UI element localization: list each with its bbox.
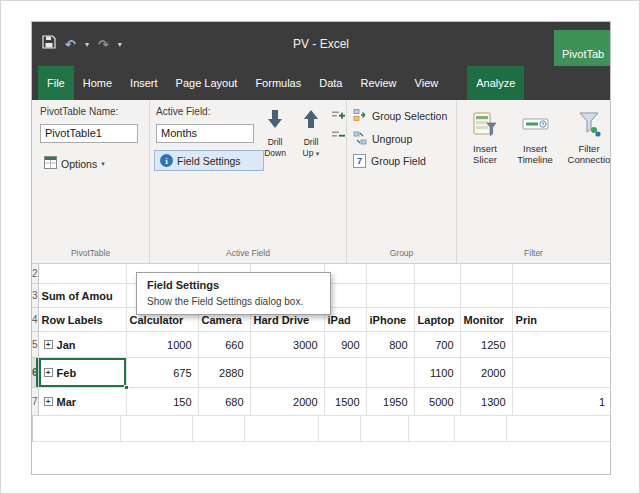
insert-timeline-button[interactable]: Insert Timeline [510,110,560,165]
column-header-iphone[interactable]: iPhone [367,308,415,332]
cell[interactable] [319,416,361,442]
cell[interactable] [39,264,127,284]
cell[interactable]: 1000 [127,332,199,358]
expand-icon[interactable]: + [44,368,53,377]
expand-icon[interactable]: + [44,340,53,349]
cell[interactable]: 5000 [415,388,461,416]
field-settings-button[interactable]: i Field Settings [154,150,264,171]
group-footer-group: Group [347,248,456,258]
tab-page-layout[interactable]: Page Layout [167,66,247,100]
cell[interactable]: 1950 [367,388,415,416]
cell[interactable] [513,264,611,284]
row-labels-header-cell[interactable]: Row Labels [39,308,127,332]
cell[interactable] [415,284,461,308]
tab-file[interactable]: File [38,66,74,100]
cell[interactable] [325,358,367,388]
group-selection-button[interactable]: Group Selection [353,108,447,124]
expand-field-button[interactable] [331,108,346,123]
cell[interactable] [245,416,319,442]
pivottable-options-icon [44,156,57,171]
expand-icon[interactable]: + [44,397,53,406]
cell[interactable] [415,264,461,284]
cell[interactable] [409,416,455,442]
cell[interactable] [367,358,415,388]
fill-handle[interactable] [124,385,129,390]
filter-connections-button[interactable]: Filter Connectio [563,110,611,165]
group-field-icon: 7 [353,154,366,168]
tab-review[interactable]: Review [351,66,405,100]
ungroup-button[interactable]: Ungroup [353,131,412,147]
cell[interactable]: 1100 [415,358,461,388]
cell[interactable]: 660 [199,332,251,358]
tab-view[interactable]: View [406,66,448,100]
pivottable-name-input[interactable]: PivotTable1 [40,124,138,143]
cell[interactable]: 900 [325,332,367,358]
cell[interactable] [33,416,121,442]
active-field-input[interactable]: Months [156,124,254,143]
cell[interactable] [361,416,409,442]
row-label-mar[interactable]: +Mar [39,388,127,416]
cell[interactable]: 680 [199,388,251,416]
cell[interactable]: 675 [127,358,199,388]
insert-slicer-label-2: Slicer [473,154,497,165]
cell[interactable] [367,284,415,308]
cell[interactable]: 1300 [461,388,513,416]
cell[interactable] [121,416,193,442]
collapse-field-button[interactable] [331,128,346,143]
tab-home[interactable]: Home [74,66,121,100]
tab-analyze[interactable]: Analyze [467,66,524,100]
cell[interactable] [461,284,513,308]
cell[interactable]: 800 [367,332,415,358]
cell[interactable] [513,284,611,308]
pivottable-name-label: PivotTable Name: [40,106,118,117]
cell[interactable]: 3000 [251,332,325,358]
cell[interactable]: 1 [513,388,611,416]
cell[interactable]: 2880 [199,358,251,388]
cell[interactable] [461,264,513,284]
cell[interactable] [193,416,245,442]
cell[interactable] [367,264,415,284]
tab-data[interactable]: Data [310,66,351,100]
ungroup-icon [353,131,367,147]
tooltip-title: Field Settings [147,279,320,291]
options-button[interactable]: Options ▾ [38,152,111,175]
cell[interactable]: 150 [127,388,199,416]
cell[interactable] [513,358,611,388]
drill-up-arrow-icon [303,108,319,133]
cell[interactable]: 700 [415,332,461,358]
cell[interactable] [507,416,611,442]
window-title: PV - Excel [32,22,610,66]
insert-slicer-button[interactable]: Insert Slicer [463,110,507,165]
collapse-field-icon [332,129,345,142]
title-bar: ↶ ▾ ↷ ▾ PV - Excel PivotTab [32,22,610,66]
sheet-row-8 [32,416,611,442]
active-field-label: Active Field: [156,106,210,117]
ribbon-group-group: Group Selection Ungroup 7 Group Field [347,100,457,263]
excel-window: ↶ ▾ ↷ ▾ PV - Excel PivotTab File Home In… [31,21,611,475]
options-button-label: Options [61,158,97,170]
group-selection-label: Group Selection [372,110,447,122]
cell[interactable] [251,358,325,388]
column-header-printer[interactable]: Prin [513,308,611,332]
drill-up-label-2: Up ▾ [303,148,320,159]
tab-formulas[interactable]: Formulas [246,66,310,100]
row-label-jan[interactable]: +Jan [39,332,127,358]
cell[interactable] [513,332,611,358]
column-header-laptop[interactable]: Laptop [415,308,461,332]
group-field-button[interactable]: 7 Group Field [353,154,426,168]
column-header-monitor[interactable]: Monitor [461,308,513,332]
drill-down-button[interactable]: Drill Down [258,108,292,159]
cell[interactable]: 2000 [461,358,513,388]
sum-of-amount-cell[interactable]: Sum of Amou [39,284,127,308]
cell[interactable]: 1500 [325,388,367,416]
cell[interactable]: 1250 [461,332,513,358]
cell[interactable]: 2000 [251,388,325,416]
sheet-row-5: 5 +Jan 1000 660 3000 900 800 700 1250 [32,332,611,358]
drill-up-button[interactable]: Drill Up ▾ [294,108,328,159]
active-cell-feb[interactable]: +Feb [39,358,127,388]
tab-insert[interactable]: Insert [121,66,167,100]
tooltip-body: Show the Field Settings dialog box. [147,296,320,307]
sheet-row-6: 6 +Feb 675 2880 1100 2000 [32,358,611,388]
ribbon-tab-strip: File Home Insert Page Layout Formulas Da… [32,66,610,100]
cell[interactable] [455,416,507,442]
